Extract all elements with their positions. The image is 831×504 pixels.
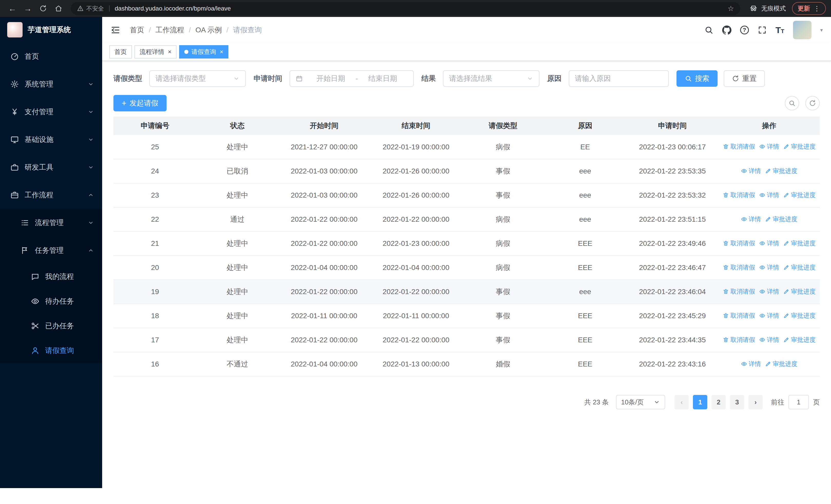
cancel-leave-link[interactable]: 取消请假 <box>723 191 755 199</box>
detail-link[interactable]: 详情 <box>759 336 779 344</box>
cancel-leave-link[interactable]: 取消请假 <box>723 239 755 247</box>
column-header: 申请编号 <box>113 117 197 135</box>
cell-reason: EEE <box>544 256 626 280</box>
result-select[interactable]: 请选择流结果 <box>443 70 540 87</box>
eye-icon <box>759 337 765 343</box>
cancel-leave-link[interactable]: 取消请假 <box>723 288 755 296</box>
table-search-toggle-button[interactable] <box>785 96 799 110</box>
edit-icon <box>783 192 790 198</box>
bookmark-star-icon[interactable]: ☆ <box>727 4 734 13</box>
cancel-leave-link[interactable]: 取消请假 <box>723 336 755 344</box>
end-date-placeholder[interactable]: 结束日期 <box>358 73 407 83</box>
breadcrumb-separator: / <box>189 26 191 34</box>
cell-apply-time: 2022-01-22 23:46:04 <box>626 280 719 304</box>
sidebar-item-todo-tasks[interactable]: 待办任务 <box>0 289 102 314</box>
browser-menu-icon[interactable]: ⋮ <box>813 5 820 12</box>
browser-home-icon[interactable] <box>51 1 66 16</box>
browser-forward-button[interactable]: → <box>21 1 35 16</box>
table-row: 23 处理中 2022-01-03 00:00:00 2022-01-26 00… <box>113 183 820 207</box>
sidebar-item-infra[interactable]: 基础设施 <box>0 126 102 153</box>
prev-page-button[interactable]: ‹ <box>675 395 689 409</box>
goto-page-input[interactable] <box>789 395 809 409</box>
approval-progress-link[interactable]: 审批进度 <box>783 239 815 247</box>
detail-link[interactable]: 详情 <box>759 239 779 247</box>
approval-progress-link[interactable]: 审批进度 <box>783 312 815 320</box>
sidebar-item-system[interactable]: 系统管理 <box>0 70 102 98</box>
close-icon[interactable]: × <box>220 49 223 55</box>
cell-actions: 取消请假详情审批进度 <box>719 280 820 304</box>
approval-progress-link[interactable]: 审批进度 <box>765 167 797 175</box>
sidebar-item-label: 任务管理 <box>35 245 64 255</box>
cell-leave-type: 事假 <box>462 280 544 304</box>
workflow-icon <box>10 191 19 199</box>
sidebar-item-home[interactable]: 首页 <box>0 42 102 70</box>
detail-link[interactable]: 详情 <box>759 288 779 296</box>
approval-progress-link[interactable]: 审批进度 <box>765 360 797 368</box>
tab-process-detail[interactable]: 流程详情 × <box>135 45 177 59</box>
detail-link[interactable]: 详情 <box>759 263 779 271</box>
search-button[interactable]: 搜索 <box>677 70 718 87</box>
sidebar-item-workflow[interactable]: 工作流程 <box>0 181 102 209</box>
detail-link[interactable]: 详情 <box>741 167 761 175</box>
address-bar[interactable]: 不安全 dashboard.yudao.iocoder.cn/bpm/oa/le… <box>71 2 740 15</box>
approval-progress-link[interactable]: 审批进度 <box>783 191 815 199</box>
page-size-select[interactable]: 10条/页 <box>616 395 665 409</box>
tab-home[interactable]: 首页 <box>109 45 132 59</box>
sidebar-item-my-process[interactable]: 我的流程 <box>0 264 102 289</box>
cell-reason: EEE <box>544 352 626 376</box>
detail-link[interactable]: 详情 <box>759 142 779 151</box>
trash-icon <box>723 264 729 270</box>
sidebar-item-payment[interactable]: 支付管理 <box>0 98 102 126</box>
apply-time-range-picker[interactable]: 开始日期 - 结束日期 <box>289 70 414 87</box>
search-icon[interactable] <box>704 25 713 35</box>
approval-progress-link[interactable]: 审批进度 <box>783 336 815 344</box>
user-avatar[interactable] <box>793 21 811 39</box>
sidebar-item-process-mgmt[interactable]: 流程管理 <box>0 209 102 237</box>
logo[interactable]: 芋道管理系统 <box>0 17 102 42</box>
cancel-leave-link[interactable]: 取消请假 <box>723 312 755 320</box>
browser-update-button[interactable]: 更新 ⋮ <box>792 2 826 15</box>
github-icon[interactable] <box>722 25 732 35</box>
font-size-icon[interactable]: TT <box>776 26 784 34</box>
cell-end-time: 2022-01-23 00:00:00 <box>370 232 462 256</box>
breadcrumb-item[interactable]: 工作流程 <box>155 25 184 35</box>
create-leave-button[interactable]: + 发起请假 <box>113 95 167 111</box>
next-page-button[interactable]: › <box>748 395 763 409</box>
caret-down-icon[interactable]: ▾ <box>820 27 823 33</box>
sidebar-item-task-mgmt[interactable]: 任务管理 <box>0 237 102 264</box>
cancel-leave-link[interactable]: 取消请假 <box>723 263 755 271</box>
breadcrumb-item[interactable]: OA 示例 <box>196 25 222 35</box>
breadcrumb-item[interactable]: 首页 <box>130 25 144 35</box>
sidebar-item-done-tasks[interactable]: 已办任务 <box>0 314 102 338</box>
cancel-leave-link[interactable]: 取消请假 <box>723 142 755 151</box>
reset-button[interactable]: 重置 <box>724 70 765 87</box>
approval-progress-link[interactable]: 审批进度 <box>783 288 815 296</box>
edit-icon <box>783 144 790 150</box>
sidebar-item-devtools[interactable]: 研发工具 <box>0 153 102 181</box>
table-refresh-button[interactable] <box>805 96 820 110</box>
browser-back-button[interactable]: ← <box>5 1 20 16</box>
detail-link[interactable]: 详情 <box>759 191 779 199</box>
browser-reload-icon[interactable] <box>36 1 50 16</box>
leave-type-select[interactable]: 请选择请假类型 <box>149 70 246 87</box>
reason-input[interactable] <box>569 70 669 87</box>
warning-icon <box>77 5 84 12</box>
detail-link[interactable]: 详情 <box>759 312 779 320</box>
page-button-2[interactable]: 2 <box>711 395 726 409</box>
approval-progress-link[interactable]: 审批进度 <box>783 142 815 151</box>
sidebar-collapse-icon[interactable] <box>110 25 121 35</box>
tab-leave-query[interactable]: 请假查询 × <box>179 45 228 59</box>
page-button-3[interactable]: 3 <box>730 395 744 409</box>
detail-link[interactable]: 详情 <box>741 215 761 223</box>
approval-progress-link[interactable]: 审批进度 <box>783 263 815 271</box>
approval-progress-link[interactable]: 审批进度 <box>765 215 797 223</box>
start-date-placeholder[interactable]: 开始日期 <box>306 73 355 83</box>
trash-icon <box>723 337 729 343</box>
page-button-1[interactable]: 1 <box>693 395 707 409</box>
detail-link[interactable]: 详情 <box>741 360 761 368</box>
fullscreen-icon[interactable] <box>757 25 767 35</box>
eye-icon <box>741 168 747 174</box>
help-icon[interactable]: ? <box>740 26 749 34</box>
sidebar-item-leave-query[interactable]: 请假查询 <box>0 338 102 363</box>
close-icon[interactable]: × <box>168 49 171 55</box>
